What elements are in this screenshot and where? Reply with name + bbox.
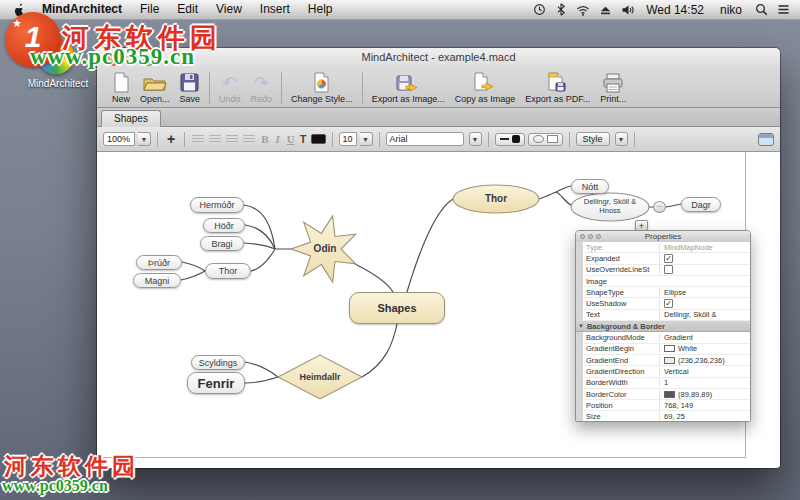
- menu-bar: MindArchitect File Edit View Insert Help…: [0, 0, 800, 20]
- node-nott[interactable]: Nótt: [571, 179, 609, 194]
- copy-as-image-button[interactable]: Copy as Image: [450, 70, 521, 104]
- rect-fill-icon: [547, 135, 558, 143]
- property-row-bordercolor: BorderColor (89,89,89): [583, 389, 750, 400]
- italic-button[interactable]: I: [274, 133, 282, 145]
- line-sample-icon: [500, 138, 509, 140]
- node-thor-left[interactable]: Thor: [205, 263, 251, 279]
- node-shapes[interactable]: Shapes: [349, 292, 445, 324]
- properties-panel-toggle-button[interactable]: [758, 133, 774, 146]
- volume-icon[interactable]: [618, 2, 636, 18]
- style-dropdown-button[interactable]: ▼: [615, 132, 628, 146]
- node-dellingr-label[interactable]: Dellingr, Sköll & Hnoss: [570, 198, 650, 215]
- redo-button[interactable]: ↷ Redo: [246, 70, 278, 104]
- spotlight-icon[interactable]: [752, 2, 770, 18]
- border-color-swatch[interactable]: [664, 391, 675, 398]
- bold-button[interactable]: B: [259, 133, 270, 145]
- menu-view[interactable]: View: [207, 0, 251, 19]
- export-as-pdf-button[interactable]: Export as PDF...: [520, 70, 595, 104]
- font-name-field[interactable]: Arial: [386, 132, 464, 146]
- align-right-icon[interactable]: [226, 135, 238, 144]
- toolbar-separator: [209, 72, 210, 104]
- open-button[interactable]: Open...: [135, 70, 175, 104]
- node-heimdallr-label[interactable]: Heimdallr: [280, 372, 360, 382]
- copy-image-icon: [473, 71, 496, 94]
- font-name-dropdown-button[interactable]: ▼: [469, 132, 482, 146]
- time-machine-icon[interactable]: [530, 2, 548, 18]
- align-left-icon[interactable]: [192, 135, 204, 144]
- node-dagr[interactable]: Dagr: [681, 197, 721, 212]
- node-scyldings[interactable]: Scyldings: [191, 355, 245, 370]
- node-hodr[interactable]: Höðr: [203, 218, 245, 233]
- undo-icon: ↶: [222, 71, 237, 94]
- font-size-dropdown-button[interactable]: ▼: [360, 132, 373, 146]
- node-thor-top-label[interactable]: Thor: [466, 193, 526, 204]
- line-color-swatch: [512, 135, 520, 143]
- change-style-button[interactable]: Change Style...: [286, 70, 358, 104]
- line-style-widget[interactable]: [495, 133, 525, 146]
- font-size-field[interactable]: 10: [339, 132, 357, 146]
- menu-file[interactable]: File: [131, 0, 168, 19]
- watermark-site-url: www.pc0359.cn: [30, 44, 195, 70]
- new-document-icon: [113, 71, 130, 94]
- property-row-useshadow: UseShadow ✓: [583, 298, 750, 309]
- gradient-end-swatch[interactable]: [664, 357, 675, 364]
- expanded-checkbox[interactable]: ✓: [664, 254, 673, 263]
- toolbar: New Open... Save ↶ Undo ↷ Redo: [97, 68, 780, 108]
- add-node-button[interactable]: +: [164, 131, 178, 147]
- export-pdf-icon: [547, 71, 569, 94]
- node-bragi[interactable]: Bragi: [200, 236, 244, 251]
- menu-edit[interactable]: Edit: [168, 0, 207, 19]
- printer-icon: [602, 71, 624, 94]
- print-button[interactable]: Print...: [595, 70, 631, 104]
- ellipse-icon: [533, 135, 544, 143]
- undo-button[interactable]: ↶ Undo: [214, 70, 246, 104]
- eject-icon[interactable]: [596, 2, 614, 18]
- align-center-icon[interactable]: [209, 135, 221, 144]
- menu-insert[interactable]: Insert: [251, 0, 299, 19]
- menu-help[interactable]: Help: [299, 0, 342, 19]
- node-odin-label[interactable]: Odin: [295, 243, 355, 254]
- toolbar-separator: [281, 72, 282, 104]
- style-button[interactable]: Style: [576, 132, 610, 146]
- underline-button[interactable]: U: [285, 133, 297, 145]
- node-thrudr[interactable]: Þrúðr: [136, 255, 182, 270]
- save-button[interactable]: Save: [175, 70, 206, 104]
- font-color-swatch[interactable]: [311, 134, 326, 144]
- properties-body: Type MindMapNode Expanded ✓ UseOverrideL…: [576, 242, 750, 421]
- change-style-icon: [313, 71, 330, 94]
- property-row-image: Image: [583, 276, 750, 287]
- shape-style-widget[interactable]: [528, 133, 563, 146]
- menu-list-icon[interactable]: [774, 2, 792, 18]
- new-button[interactable]: New: [107, 70, 135, 104]
- menu-clock[interactable]: Wed 14:52: [640, 3, 710, 17]
- tab-shapes[interactable]: Shapes: [101, 110, 161, 127]
- wifi-icon[interactable]: [574, 2, 592, 18]
- format-bar: 100% ▼ + B I U T 10 ▼ Arial ▼ Style ▼: [97, 127, 780, 152]
- zoom-level-field[interactable]: 100%: [103, 132, 135, 146]
- collapsed-children-connector[interactable]: ...: [653, 201, 666, 213]
- property-row-useoverridelinest: UseOverrideLineSt: [583, 265, 750, 276]
- watermark-site-url-bottom: www.pc0359.cn: [2, 477, 108, 495]
- property-row-type: Type MindMapNode: [583, 242, 750, 253]
- font-color-button[interactable]: T: [300, 133, 307, 145]
- redo-icon: ↷: [254, 71, 269, 94]
- properties-title: Properties: [576, 232, 750, 241]
- zoom-dropdown-button[interactable]: ▼: [138, 132, 151, 146]
- property-row-backgroundmode: BackgroundMode Gradient: [583, 332, 750, 343]
- node-fenrir[interactable]: Fenrir: [187, 372, 245, 394]
- gradient-begin-swatch[interactable]: [664, 345, 675, 352]
- node-hermodr[interactable]: Hermóðr: [190, 197, 244, 213]
- desktop: { "menu_bar": { "items": ["MindArchitect…: [0, 0, 800, 500]
- background-border-section-header[interactable]: ▼ Background & Border: [576, 321, 750, 332]
- align-justify-icon[interactable]: [243, 135, 255, 144]
- mindarchitect-window: MindArchitect - example4.macd New Open..…: [97, 48, 780, 468]
- bluetooth-icon[interactable]: [552, 2, 570, 18]
- export-as-image-button[interactable]: Export as Image...: [367, 70, 450, 104]
- node-magni[interactable]: Magni: [133, 273, 181, 288]
- canvas[interactable]: Hermóðr Höðr Bragi Þrúðr Magni Thor Shap…: [97, 152, 780, 468]
- property-row-gradientdirection: GradientDirection Vertical: [583, 366, 750, 377]
- useshadow-checkbox[interactable]: ✓: [664, 299, 673, 308]
- useoverride-checkbox[interactable]: [664, 265, 673, 274]
- open-folder-icon: [143, 71, 167, 94]
- menu-user[interactable]: niko: [714, 3, 748, 17]
